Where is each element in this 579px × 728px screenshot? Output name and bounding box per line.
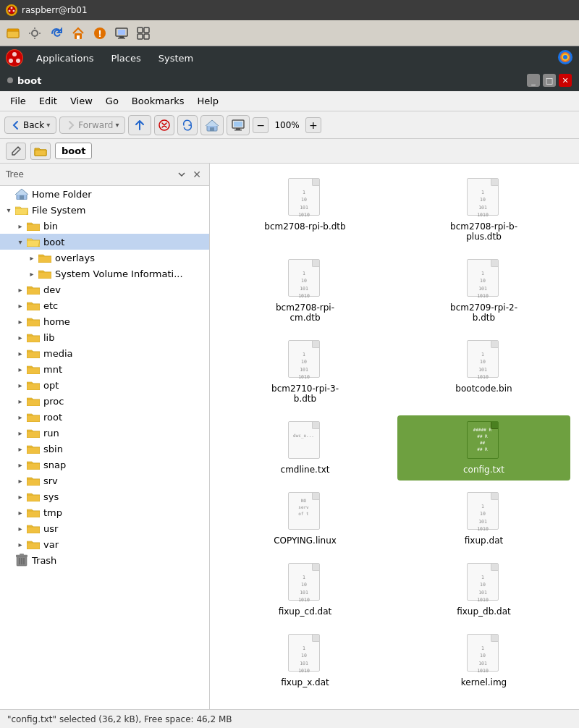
file-item-kernel-img[interactable]: 1101011010 kernel.img [397,628,570,693]
menu-places[interactable]: Places [103,50,148,67]
tree-expand-srv: ▸ [14,477,26,485]
sidebar-item-overlays[interactable]: ▸overlays [0,250,209,266]
sidebar-item-home-folder[interactable]: Home Folder [0,186,209,202]
sidebar-item-lib[interactable]: ▸lib [0,329,209,345]
sidebar-item-boot[interactable]: ▾boot [0,234,209,250]
sidebar-item-file-system[interactable]: ▾File System [0,202,209,218]
sys-btn-home[interactable] [68,23,88,43]
sys-btn-alert[interactable]: ! [90,23,110,43]
file-item-fixup-cd-dat[interactable]: 1101011010 fixup_cd.dat [219,557,392,622]
forward-button[interactable]: Forward ▾ [59,117,125,134]
sidebar-item-usr[interactable]: ▸usr [0,520,209,536]
menu-edit[interactable]: Edit [33,93,63,109]
menu-bookmarks[interactable]: Bookmarks [126,93,190,109]
sidebar-item-etc[interactable]: ▸etc [0,297,209,313]
menu-view[interactable]: View [64,93,98,109]
sidebar-item-system-volume[interactable]: ▸System Volume Informati... [0,266,209,282]
tree-label-file-system: File System [32,205,85,216]
svg-rect-14 [138,27,143,33]
svg-rect-26 [210,127,214,131]
file-name-fixup-db-dat: fixup_db.dat [457,606,511,617]
svg-point-20 [9,59,13,63]
sidebar-item-root[interactable]: ▸root [0,409,209,425]
file-item-cmdline-txt[interactable]: dwc_o... cmdline.txt [219,415,392,481]
tree-label-usr: usr [43,523,58,534]
file-item-bcm2708-rpi-cm-dtb[interactable]: 1101011010 bcm2708-rpi-cm.dtb [219,253,392,329]
sys-btn-network[interactable] [111,23,132,43]
edit-icon [10,145,22,157]
file-icon-config-txt: ##### R## R#### R [467,421,502,462]
sidebar-item-dev[interactable]: ▸dev [0,282,209,297]
file-name-config-txt: config.txt [463,465,504,475]
tree-label-overlays: overlays [55,253,95,263]
maximize-button[interactable]: □ [543,74,556,87]
menu-applications[interactable]: Applications [29,50,101,67]
computer-button[interactable] [227,115,250,135]
sidebar-item-sys[interactable]: ▸sys [0,488,209,504]
sidebar-item-var[interactable]: ▸var [0,536,209,552]
sys-btn-settings[interactable] [25,23,45,43]
sidebar-item-run[interactable]: ▸run [0,425,209,441]
up-button[interactable] [128,115,151,135]
menu-file[interactable]: File [4,93,32,109]
svg-rect-28 [234,122,242,127]
location-edit-button[interactable] [6,143,26,160]
file-item-config-txt[interactable]: ##### R## R#### R config.txt [397,415,570,481]
svg-rect-11 [118,30,125,35]
file-item-bcm2710-rpi-3-b-dtb[interactable]: 1101011010 bcm2710-rpi-3-b.dtb [219,334,392,410]
tree-expand-sys: ▸ [14,493,26,501]
file-item-bcm2708-rpi-b-dtb[interactable]: 1101011010 bcm2708-rpi-b.dtb [219,172,392,247]
sidebar-item-tmp[interactable]: ▸tmp [0,504,209,520]
sidebar-item-media[interactable]: ▸media [0,345,209,361]
file-item-copying-linux[interactable]: NOservof t COPYING.linux [219,486,392,551]
sidebar-item-proc[interactable]: ▸proc [0,393,209,409]
tree-label-proc: proc [43,396,64,407]
file-item-bootcode-bin[interactable]: 1101011010 bootcode.bin [397,334,570,410]
minimize-button[interactable]: _ [527,74,540,87]
tree-expand-file-system: ▾ [3,206,14,214]
svg-rect-7 [77,35,80,39]
sidebar-close-button[interactable]: ✕ [190,168,203,181]
sidebar-item-mnt[interactable]: ▸mnt [0,361,209,377]
refresh-button[interactable] [177,115,198,135]
sys-btn-files[interactable] [3,23,23,43]
file-icon-kernel-img: 1101011010 [467,634,502,674]
tree-icon-snap [26,458,41,471]
menu-go[interactable]: Go [100,93,124,109]
menu-help[interactable]: Help [191,93,224,109]
file-item-fixup-db-dat[interactable]: 1101011010 fixup_db.dat [397,557,570,622]
file-item-bcm2709-rpi-2-b-dtb[interactable]: 1101011010 bcm2709-rpi-2-b.dtb [397,253,570,329]
tree-expand-home: ▸ [14,318,26,326]
file-icon-cmdline-txt: dwc_o... [288,421,323,462]
file-name-bcm2708-rpi-cm-dtb: bcm2708-rpi-cm.dtb [262,302,349,323]
sidebar-item-snap[interactable]: ▸snap [0,457,209,473]
menu-system[interactable]: System [151,50,200,67]
stop-icon [159,119,170,131]
tree-expand-run: ▸ [14,429,26,437]
zoom-plus-button[interactable]: + [305,117,321,133]
sidebar-item-srv[interactable]: ▸srv [0,473,209,488]
close-button[interactable]: ✕ [559,74,572,87]
location-folder-button[interactable] [30,143,51,160]
folder-icon [34,145,47,157]
file-item-bcm2708-rpi-b-plus-dtb[interactable]: 1101011010 bcm2708-rpi-b-plus.dtb [397,172,570,247]
tree-expand-icon [177,170,186,179]
tree-label-run: run [43,428,59,439]
back-button[interactable]: Back ▾ [4,117,56,134]
sys-btn-expand[interactable] [133,23,153,43]
tree-icon-mnt [26,363,41,376]
sidebar-item-trash[interactable]: Trash [0,552,209,568]
sidebar-item-home[interactable]: ▸home [0,313,209,329]
sidebar-item-opt[interactable]: ▸opt [0,377,209,393]
sys-btn-refresh[interactable] [46,23,67,43]
file-icon-fixup-x-dat: 1101011010 [288,634,323,674]
sidebar-item-bin[interactable]: ▸bin [0,218,209,234]
home-button[interactable] [200,115,224,135]
zoom-minus-button[interactable]: − [253,117,269,133]
tree-expand-root: ▸ [14,413,26,421]
file-item-fixup-x-dat[interactable]: 1101011010 fixup_x.dat [219,628,392,693]
file-item-fixup-dat[interactable]: 1101011010 fixup.dat [397,486,570,551]
sidebar-item-sbin[interactable]: ▸sbin [0,441,209,457]
stop-button[interactable] [154,115,174,135]
svg-rect-29 [236,128,240,130]
